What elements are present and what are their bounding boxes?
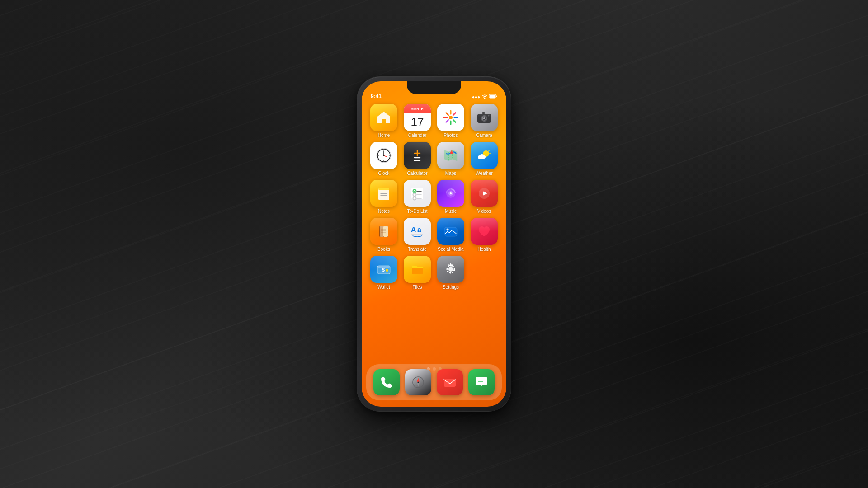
svg-rect-1 (490, 95, 495, 98)
app-health[interactable]: Health (468, 218, 500, 252)
status-time: 9:41 (371, 93, 382, 99)
app-weather-label: Weather (476, 171, 493, 176)
svg-text:a: a (417, 226, 421, 234)
app-maps-label: Maps (445, 171, 456, 176)
app-music-label: Music (445, 209, 457, 214)
app-books-label: Books (377, 247, 390, 252)
calendar-month: MONTH (411, 107, 424, 110)
dock (366, 364, 502, 400)
wifi-icon (482, 94, 487, 99)
app-translate[interactable]: A a Translate (401, 218, 433, 252)
svg-rect-8 (482, 112, 485, 114)
app-weather[interactable]: Weather (468, 142, 500, 176)
dock-app-messages[interactable] (468, 369, 495, 395)
svg-line-28 (488, 150, 489, 151)
app-social-label: Social Media (438, 247, 463, 252)
signal-icon: ●●● (472, 94, 480, 99)
app-home-label: Home (378, 133, 390, 138)
status-icons: ●●● (472, 94, 497, 99)
svg-point-3 (449, 116, 453, 119)
dock-app-mail[interactable] (437, 369, 463, 395)
app-notes[interactable]: Notes (368, 180, 400, 214)
svg-point-63 (386, 269, 388, 272)
app-grid: Home MONTH 17 Calendar (368, 104, 500, 290)
app-health-label: Health (478, 247, 491, 252)
svg-rect-32 (378, 188, 389, 190)
app-settings[interactable]: Settings (435, 256, 467, 290)
svg-point-9 (488, 115, 490, 117)
svg-text:$: $ (382, 267, 385, 272)
app-files[interactable]: Files (401, 256, 433, 290)
app-videos-label: Videos (477, 209, 491, 214)
phone-screen: 9:41 ●●● (362, 81, 506, 407)
app-calendar-label: Calendar (408, 133, 427, 138)
app-music[interactable]: Music (435, 180, 467, 214)
app-camera-label: Camera (476, 133, 492, 138)
app-clock[interactable]: Clock (368, 142, 400, 176)
dock-app-phone[interactable] (373, 369, 400, 395)
svg-point-70 (418, 382, 419, 383)
app-todo-label: To-Do List (407, 209, 427, 214)
app-wallet-label: Wallet (377, 285, 390, 290)
calendar-date: 17 (411, 116, 424, 128)
app-books[interactable]: Books (368, 218, 400, 252)
app-notes-label: Notes (378, 209, 390, 214)
svg-text:A: A (411, 226, 416, 234)
svg-point-45 (450, 192, 452, 194)
app-clock-label: Clock (378, 171, 389, 176)
svg-point-65 (448, 267, 453, 272)
app-videos[interactable]: Videos (468, 180, 500, 214)
svg-point-60 (447, 229, 449, 231)
app-wallet[interactable]: $ Wallet (368, 256, 400, 290)
app-calculator[interactable]: Calculator (401, 142, 433, 176)
app-home[interactable]: Home (368, 104, 400, 138)
app-photos-label: Photos (443, 133, 458, 138)
app-photos[interactable]: Photos (435, 104, 467, 138)
battery-icon (489, 94, 497, 99)
app-translate-label: Translate (408, 247, 426, 252)
svg-point-14 (383, 155, 385, 156)
app-files-label: Files (412, 285, 422, 290)
phone-device: 9:41 ●●● (357, 77, 511, 411)
dock-app-compass[interactable] (405, 369, 431, 395)
app-camera[interactable]: Camera (468, 104, 500, 138)
phone-notch (407, 81, 461, 94)
svg-rect-72 (444, 379, 456, 387)
app-social[interactable]: Social Media (435, 218, 467, 252)
svg-rect-51 (383, 226, 388, 237)
svg-point-7 (483, 117, 485, 119)
app-calendar[interactable]: MONTH 17 Calendar (401, 104, 433, 138)
app-calculator-label: Calculator (407, 171, 427, 176)
svg-point-24 (450, 151, 453, 154)
svg-rect-2 (496, 96, 497, 97)
app-todo[interactable]: To-Do List (401, 180, 433, 214)
app-maps[interactable]: Maps (435, 142, 467, 176)
app-settings-label: Settings (443, 285, 459, 290)
